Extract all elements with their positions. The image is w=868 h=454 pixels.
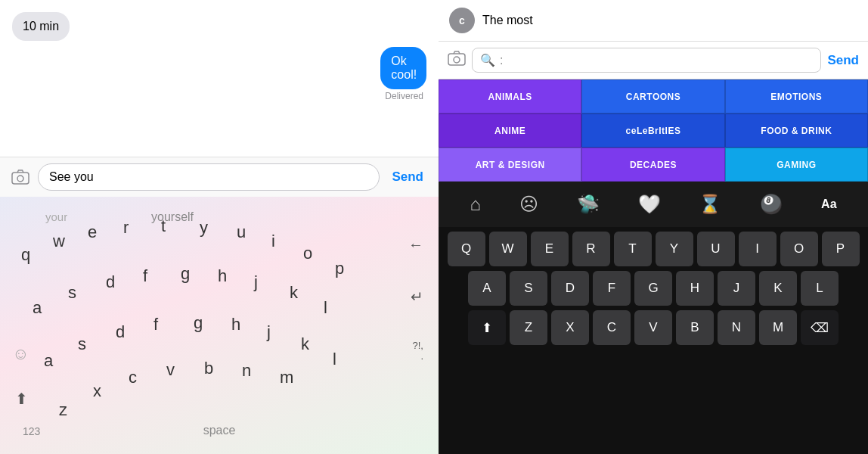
key-W[interactable]: W [489, 232, 527, 266]
key-l2[interactable]: l [327, 347, 343, 372]
search-bar[interactable]: 🔍 : [472, 48, 821, 73]
camera-icon-right[interactable] [448, 51, 466, 70]
key-n[interactable]: n [236, 358, 257, 384]
message-input[interactable] [38, 163, 380, 191]
house-icon[interactable]: ⌂ [470, 194, 481, 215]
search-icon: 🔍 [480, 53, 495, 67]
key-e[interactable]: e [82, 219, 103, 245]
contact-avatar: c [449, 8, 475, 33]
cat-food-drink[interactable]: FOOD & DRINK [725, 114, 868, 148]
space-key[interactable]: space [203, 424, 236, 437]
cat-cartoons[interactable]: CARTOONS [581, 79, 724, 114]
key-o[interactable]: o [297, 241, 318, 266]
key-A[interactable]: A [468, 271, 506, 306]
key-p[interactable]: p [329, 256, 350, 281]
key-T[interactable]: T [614, 232, 652, 266]
cat-animals[interactable]: ANIMALS [439, 79, 581, 114]
key-s2[interactable]: s [72, 331, 92, 357]
backspace-key-dark[interactable]: ⌫ [801, 310, 839, 345]
key-i[interactable]: i [265, 229, 281, 254]
key-v[interactable]: v [160, 357, 181, 383]
hourglass-icon[interactable]: ⌛ [699, 194, 721, 215]
key-J[interactable]: J [718, 271, 755, 306]
emoji-key[interactable]: ☺ [12, 344, 29, 364]
key-B[interactable]: B [676, 310, 714, 345]
face-icon[interactable]: ☹ [519, 194, 538, 215]
shift-key[interactable]: ⬆ [15, 390, 28, 408]
key-c[interactable]: c [122, 365, 143, 390]
enter-key[interactable]: ↵ [411, 288, 423, 306]
search-colon: : [500, 54, 503, 67]
font-size-toggle[interactable]: Aa [821, 197, 836, 211]
key-Z[interactable]: Z [510, 310, 547, 345]
key-r[interactable]: r [117, 215, 135, 241]
cat-emotions[interactable]: EMOTIONS [725, 79, 868, 114]
key-z[interactable]: z [53, 397, 73, 423]
key-R[interactable]: R [572, 232, 610, 266]
cat-gaming[interactable]: GAMING [725, 148, 868, 182]
key-h[interactable]: h [212, 263, 233, 289]
outgoing-bubble: Ok cool! [380, 47, 426, 89]
shift-key-dark[interactable]: ⬆ [468, 310, 506, 345]
key-G[interactable]: G [634, 271, 672, 306]
key-b[interactable]: b [198, 356, 219, 381]
key-g2[interactable]: g [188, 310, 209, 336]
left-panel: 10 min Ok cool! Delivered Send yourself … [0, 0, 439, 454]
eight-ball-icon[interactable]: 🎱 [760, 194, 783, 215]
key-w[interactable]: w [47, 229, 71, 254]
key-a2[interactable]: a [38, 348, 59, 374]
cat-decades[interactable]: DECADES [581, 148, 724, 182]
key-m[interactable]: m [274, 365, 299, 390]
key-V[interactable]: V [634, 310, 672, 345]
key-H[interactable]: H [676, 271, 714, 306]
key-u[interactable]: u [231, 219, 252, 245]
key-U[interactable]: U [697, 232, 735, 266]
key-X[interactable]: X [551, 310, 589, 345]
key-Q[interactable]: Q [448, 232, 485, 266]
key-Y[interactable]: Y [656, 232, 693, 266]
key-P[interactable]: P [822, 232, 860, 266]
key-l[interactable]: l [318, 295, 333, 321]
key-F[interactable]: F [593, 271, 631, 306]
key-j2[interactable]: j [261, 319, 277, 345]
key-j[interactable]: j [248, 269, 264, 295]
backspace-key[interactable]: ← [408, 236, 423, 253]
camera-icon[interactable] [9, 166, 32, 188]
curved-keys-container: yourself your q w e r t y u i o p ← a s … [0, 197, 439, 454]
key-E[interactable]: E [531, 232, 569, 266]
key-S[interactable]: S [510, 271, 547, 306]
key-s[interactable]: s [62, 280, 82, 306]
svg-point-3 [454, 57, 460, 63]
send-button-right[interactable]: Send [827, 53, 859, 68]
num-key[interactable]: 123 [23, 425, 40, 437]
key-k2[interactable]: k [295, 331, 315, 357]
key-I[interactable]: I [739, 232, 777, 266]
key-O[interactable]: O [780, 232, 818, 266]
cat-anime[interactable]: ANIME [439, 114, 581, 148]
send-button-left[interactable]: Send [386, 166, 429, 188]
word-suggest-your: your [45, 210, 67, 223]
key-f[interactable]: f [137, 263, 153, 289]
key-h2[interactable]: h [225, 312, 246, 337]
key-q[interactable]: q [15, 242, 36, 268]
key-M[interactable]: M [759, 310, 797, 345]
key-N[interactable]: N [718, 310, 755, 345]
key-D[interactable]: D [551, 271, 589, 306]
key-g[interactable]: g [175, 261, 196, 287]
key-y[interactable]: y [194, 215, 214, 241]
key-x[interactable]: x [87, 378, 107, 404]
key-L[interactable]: L [801, 271, 839, 306]
heart-icon[interactable]: 🤍 [638, 194, 661, 215]
cat-art-design[interactable]: ART & DESIGN [439, 148, 581, 182]
key-K[interactable]: K [759, 271, 797, 306]
key-C[interactable]: C [593, 310, 631, 345]
ufo-icon[interactable]: 🛸 [577, 194, 600, 215]
cat-celebrities[interactable]: ceLeBrItIES [581, 114, 724, 148]
key-t[interactable]: t [155, 213, 172, 239]
key-d2[interactable]: d [110, 319, 131, 345]
key-f2[interactable]: f [147, 312, 164, 337]
key-k[interactable]: k [284, 280, 304, 306]
key-a[interactable]: a [26, 295, 48, 321]
key-d[interactable]: d [100, 269, 121, 295]
special-chars-key[interactable]: ?!,. [413, 340, 423, 362]
